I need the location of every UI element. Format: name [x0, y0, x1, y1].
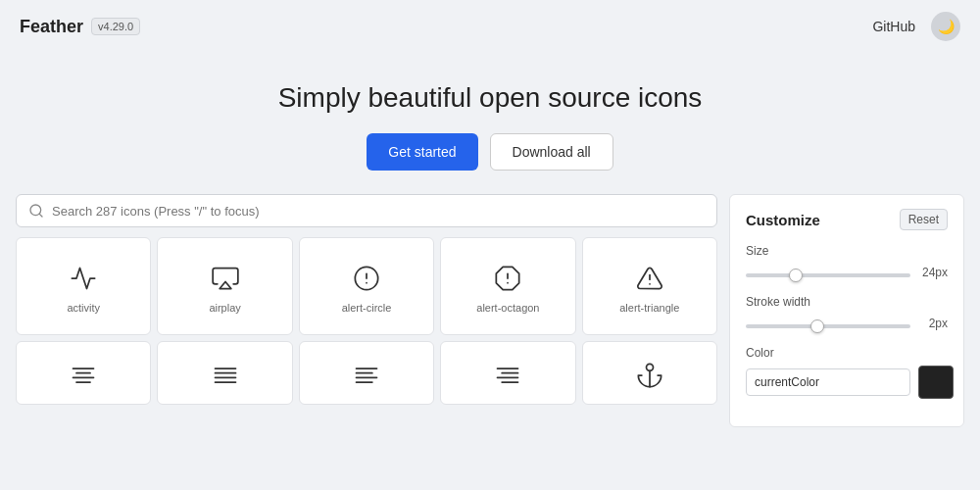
icon-card-airplay[interactable]: airplay	[157, 237, 292, 335]
github-link[interactable]: GitHub	[872, 19, 915, 34]
icon-label-activity: activity	[67, 302, 100, 314]
icon-card-alert-octagon[interactable]: alert-octagon	[440, 237, 575, 335]
icon-card-alert-triangle[interactable]: alert-triangle	[582, 237, 717, 335]
color-row	[746, 366, 948, 399]
align-justify-icon	[212, 362, 239, 389]
alert-triangle-icon	[636, 265, 663, 292]
header: Feather v4.29.0 GitHub 🌙	[0, 0, 980, 53]
icon-label-airplay: airplay	[209, 302, 240, 314]
size-value: 24px	[918, 266, 948, 279]
get-started-button[interactable]: Get started	[367, 133, 477, 171]
align-center-icon	[70, 362, 97, 389]
icon-card-align-justify[interactable]	[157, 341, 292, 405]
alert-octagon-icon	[494, 265, 521, 292]
icon-card-activity[interactable]: activity	[16, 237, 151, 335]
anchor-icon	[636, 362, 663, 389]
airplay-icon	[212, 265, 239, 292]
search-bar	[16, 194, 717, 227]
icon-card-align-center[interactable]	[16, 341, 151, 405]
stroke-slider[interactable]	[746, 324, 910, 328]
hero-title: Simply beautiful open source icons	[20, 82, 960, 114]
hero-buttons: Get started Download all	[20, 133, 960, 171]
dark-mode-button[interactable]: 🌙	[931, 12, 960, 41]
main-content: activity airplay alert-circle	[0, 194, 980, 427]
icon-label-alert-triangle: alert-triangle	[619, 302, 679, 314]
activity-icon	[70, 265, 97, 292]
icon-card-anchor[interactable]	[582, 341, 717, 405]
moon-icon: 🌙	[938, 19, 955, 34]
alert-circle-icon	[353, 265, 380, 292]
customize-header: Customize Reset	[746, 209, 948, 230]
icons-grid-row2	[16, 341, 717, 405]
svg-marker-2	[220, 282, 231, 289]
search-icon	[28, 203, 44, 219]
download-all-button[interactable]: Download all	[490, 133, 613, 171]
svg-line-1	[39, 214, 42, 217]
icons-grid-row1: activity airplay alert-circle	[16, 237, 717, 335]
icon-card-align-right[interactable]	[440, 341, 575, 405]
icon-label-alert-circle: alert-circle	[342, 302, 392, 314]
search-input[interactable]	[52, 204, 705, 219]
reset-button[interactable]: Reset	[900, 209, 948, 230]
size-label: Size	[746, 244, 948, 258]
size-control-row: 24px	[746, 264, 948, 281]
color-label: Color	[746, 346, 948, 360]
size-control: Size 24px	[746, 244, 948, 281]
icon-card-alert-circle[interactable]: alert-circle	[299, 237, 434, 335]
logo: Feather	[20, 17, 83, 37]
stroke-control-row: 2px	[746, 315, 948, 332]
icons-panel: activity airplay alert-circle	[16, 194, 717, 427]
svg-point-27	[646, 364, 653, 370]
header-right: GitHub 🌙	[872, 12, 960, 41]
customize-panel: Customize Reset Size 24px Stroke width 2…	[729, 194, 964, 427]
size-slider[interactable]	[746, 273, 910, 277]
align-right-icon	[494, 362, 521, 389]
stroke-label: Stroke width	[746, 295, 948, 309]
color-swatch[interactable]	[918, 366, 954, 399]
stroke-control: Stroke width 2px	[746, 295, 948, 332]
icon-label-alert-octagon: alert-octagon	[476, 302, 539, 314]
hero-section: Simply beautiful open source icons Get s…	[0, 53, 980, 194]
color-input[interactable]	[746, 368, 910, 396]
stroke-slider-container	[746, 315, 910, 332]
version-badge: v4.29.0	[91, 18, 140, 35]
color-control: Color	[746, 346, 948, 399]
align-left-icon	[353, 362, 380, 389]
stroke-value: 2px	[918, 317, 948, 330]
size-slider-container	[746, 264, 910, 281]
icon-card-align-left[interactable]	[299, 341, 434, 405]
customize-title: Customize	[746, 212, 820, 228]
header-left: Feather v4.29.0	[20, 17, 140, 37]
